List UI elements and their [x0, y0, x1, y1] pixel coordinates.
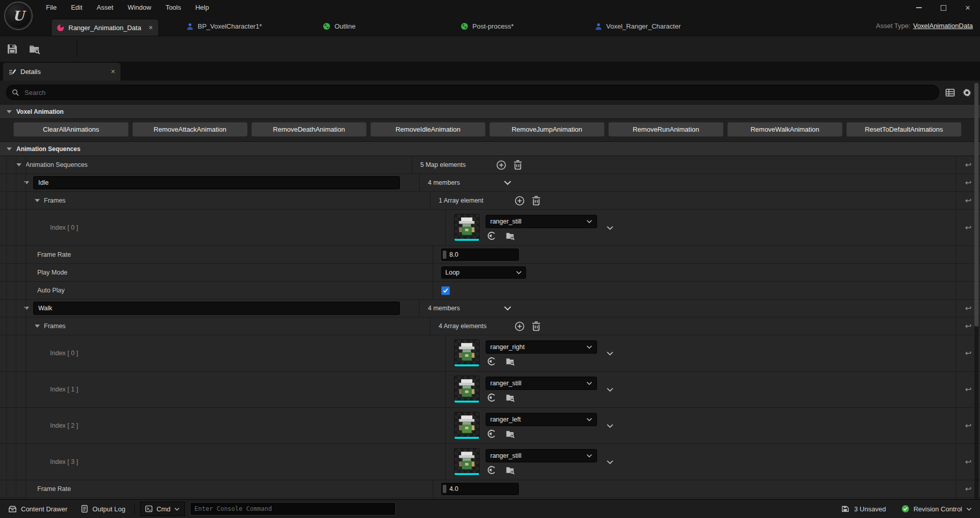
- tab-details[interactable]: Details ✕: [3, 63, 121, 81]
- tab-voxel-ranger-character[interactable]: Voxel_Ranger_Character: [590, 19, 686, 33]
- asset-type-link[interactable]: VoxelAnimationData: [913, 22, 973, 30]
- use-selected-asset-icon[interactable]: [487, 465, 497, 475]
- expand-chevron-icon[interactable]: [606, 460, 614, 464]
- asset-dropdown[interactable]: ranger_still: [486, 377, 597, 390]
- menu-edit[interactable]: Edit: [64, 0, 89, 15]
- clear-all-animations-button[interactable]: ClearAllAnimations: [13, 122, 129, 137]
- maximize-button[interactable]: [931, 0, 955, 15]
- reset-to-default-icon[interactable]: ↩: [965, 178, 972, 187]
- browse-to-asset-icon[interactable]: [505, 356, 516, 366]
- asset-dropdown[interactable]: ranger_right: [486, 340, 597, 354]
- collapse-triangle-icon[interactable]: [7, 147, 12, 151]
- category-animation-sequences[interactable]: Animation Sequences: [0, 141, 980, 156]
- asset-dropdown[interactable]: ranger_left: [486, 413, 597, 426]
- menu-asset[interactable]: Asset: [89, 0, 121, 15]
- reset-to-default-icon[interactable]: ↩: [965, 223, 972, 232]
- expand-chevron-icon[interactable]: [606, 424, 614, 428]
- drag-handle[interactable]: [443, 251, 446, 259]
- browse-to-asset-button[interactable]: [25, 39, 45, 59]
- expander-triangle-icon[interactable]: [35, 325, 40, 328]
- auto-play-checkbox[interactable]: [441, 286, 450, 295]
- revision-control-button[interactable]: Revision Control: [897, 502, 976, 516]
- remove-idle-animation-button[interactable]: RemoveIdleAnimation: [370, 122, 486, 137]
- use-selected-asset-icon[interactable]: [487, 429, 497, 439]
- frame-rate-input[interactable]: [441, 483, 519, 495]
- reset-to-default-icon[interactable]: ↩: [965, 304, 972, 313]
- asset-thumbnail[interactable]: [454, 448, 480, 476]
- output-log-button[interactable]: Output Log: [77, 502, 129, 516]
- scrollbar-thumb[interactable]: [974, 83, 978, 327]
- reset-to-default-icon[interactable]: ↩: [965, 484, 972, 494]
- browse-to-asset-icon[interactable]: [505, 392, 516, 403]
- use-selected-asset-icon[interactable]: [487, 356, 497, 366]
- cmd-dropdown[interactable]: Cmd: [140, 502, 184, 516]
- search-box[interactable]: [6, 85, 939, 100]
- menu-file[interactable]: File: [39, 0, 64, 15]
- remove-walk-animation-button[interactable]: RemoveWalkAnimation: [727, 122, 843, 137]
- play-mode-dropdown[interactable]: Loop: [441, 266, 526, 279]
- content-drawer-button[interactable]: Content Drawer: [4, 502, 71, 516]
- expander-triangle-icon[interactable]: [35, 199, 40, 202]
- category-voxel-animation[interactable]: Voxel Animation: [0, 104, 980, 119]
- close-button[interactable]: ✕: [955, 0, 980, 15]
- details-close-icon[interactable]: ✕: [111, 68, 115, 75]
- use-selected-asset-icon[interactable]: [487, 392, 497, 403]
- collapse-triangle-icon[interactable]: [7, 110, 12, 113]
- add-element-icon[interactable]: [496, 160, 507, 170]
- use-selected-asset-icon[interactable]: [487, 231, 497, 241]
- menu-help[interactable]: Help: [188, 0, 216, 15]
- browse-to-asset-icon[interactable]: [505, 429, 516, 439]
- browse-to-asset-icon[interactable]: [505, 231, 516, 241]
- reset-to-default-icon[interactable]: ↩: [965, 421, 972, 430]
- menu-tools[interactable]: Tools: [158, 0, 188, 15]
- delete-elements-icon[interactable]: [532, 195, 541, 206]
- remove-death-animation-button[interactable]: RemoveDeathAnimation: [251, 122, 367, 137]
- chevron-down-icon[interactable]: [504, 180, 512, 185]
- asset-thumbnail[interactable]: [454, 376, 480, 403]
- expand-chevron-icon[interactable]: [606, 226, 614, 230]
- browse-to-asset-icon[interactable]: [505, 465, 516, 475]
- tab-outline[interactable]: Outline: [318, 19, 361, 33]
- reset-to-default-icon[interactable]: ↩: [965, 349, 972, 358]
- asset-thumbnail[interactable]: [454, 214, 480, 241]
- reset-to-default-animations-button[interactable]: ResetToDefaultAnimations: [846, 122, 962, 137]
- tab-bp-voxelcharacter1[interactable]: BP_VoxelCharacter1*: [181, 19, 267, 33]
- frame-rate-input[interactable]: [441, 249, 519, 261]
- remove-jump-animation-button[interactable]: RemoveJumpAnimation: [489, 122, 605, 137]
- reset-to-default-icon[interactable]: ↩: [965, 160, 972, 169]
- asset-dropdown[interactable]: ranger_still: [486, 215, 597, 228]
- display-filter-icon[interactable]: [945, 88, 955, 97]
- search-input[interactable]: [23, 88, 934, 97]
- walk-key-input[interactable]: [33, 302, 400, 315]
- tab-post-process[interactable]: Post-process*: [456, 19, 519, 33]
- remove-run-animation-button[interactable]: RemoveRunAnimation: [608, 122, 724, 137]
- expand-chevron-icon[interactable]: [606, 387, 614, 392]
- unreal-logo[interactable]: U: [4, 2, 33, 30]
- remove-attack-animation-button[interactable]: RemoveAttackAnimation: [132, 122, 248, 137]
- reset-to-default-icon[interactable]: ↩: [965, 457, 972, 466]
- chevron-down-icon[interactable]: [504, 306, 512, 311]
- details-scrollbar[interactable]: [974, 82, 978, 500]
- delete-elements-icon[interactable]: [532, 321, 541, 331]
- save-button[interactable]: [2, 39, 22, 59]
- reset-to-default-icon[interactable]: ↩: [965, 196, 972, 205]
- add-element-icon[interactable]: [514, 321, 525, 332]
- drag-handle[interactable]: [443, 485, 446, 493]
- tab-ranger-animation-data[interactable]: Ranger_Animation_Data ✕: [51, 19, 159, 36]
- tab-close-icon[interactable]: ✕: [148, 24, 153, 31]
- settings-gear-icon[interactable]: [962, 88, 972, 97]
- reset-to-default-icon[interactable]: ↩: [965, 385, 972, 394]
- asset-thumbnail[interactable]: [454, 412, 480, 439]
- expander-triangle-icon[interactable]: [24, 307, 29, 310]
- expander-triangle-icon[interactable]: [24, 181, 29, 184]
- delete-elements-icon[interactable]: [513, 160, 522, 170]
- expand-chevron-icon[interactable]: [606, 351, 614, 356]
- console-command-input[interactable]: [190, 502, 396, 515]
- reset-to-default-icon[interactable]: ↩: [965, 322, 972, 331]
- expander-triangle-icon[interactable]: [16, 163, 21, 166]
- minimize-button[interactable]: [906, 0, 931, 15]
- menu-window[interactable]: Window: [121, 0, 158, 15]
- asset-dropdown[interactable]: ranger_still: [486, 449, 597, 462]
- unsaved-button[interactable]: 3 Unsaved: [837, 502, 890, 516]
- asset-thumbnail[interactable]: [454, 339, 480, 367]
